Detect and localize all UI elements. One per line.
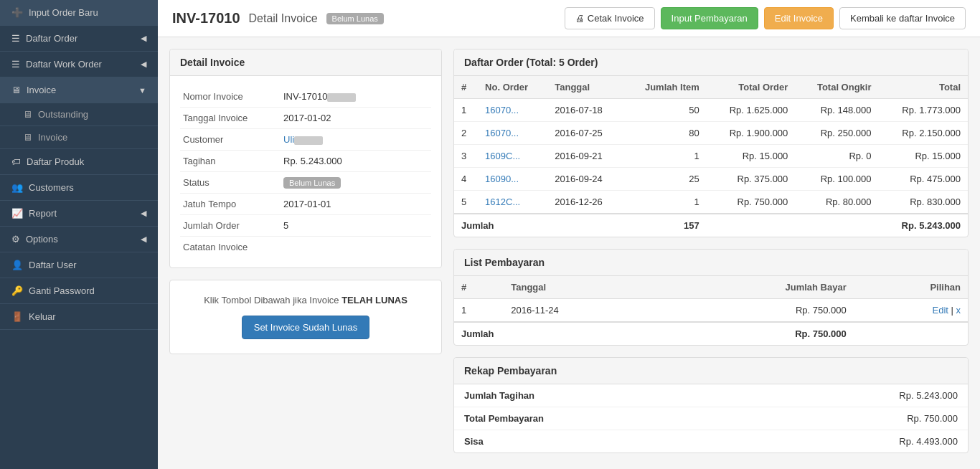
page-header: INV-17010 Detail Invoice Belum Lunas 🖨 C… (158, 0, 980, 37)
kembali-button[interactable]: Kembali ke daftar Invoice (839, 7, 966, 29)
detail-invoice-table: Nomor Invoice INV-17010 Tanggal Invoice … (180, 86, 431, 257)
sidebar-item-report[interactable]: 📈 Report ◀ (0, 201, 158, 227)
delete-link[interactable]: x (956, 305, 961, 316)
sidebar-item-daftar-order[interactable]: ☰ Daftar Order ◀ (0, 26, 158, 52)
set-invoice-lunas-section: Klik Tombol Dibawah jika Invoice TELAH L… (169, 280, 442, 354)
row-no-order: 16090... (478, 168, 547, 191)
table-row: 4 16090... 2016-09-24 25 Rp. 375.000 Rp.… (454, 168, 968, 191)
field-label: Nomor Invoice (180, 86, 281, 108)
edit-invoice-button[interactable]: Edit Invoice (764, 7, 834, 29)
logout-icon: 🚪 (11, 311, 23, 322)
table-row: Jumlah Tagihan Rp. 5.243.000 (454, 384, 968, 407)
field-value: Rp. 5.243.000 (281, 151, 431, 172)
chevron-right-icon: ◀ (141, 34, 146, 43)
right-panel: Daftar Order (Total: 5 Order) # No. Orde… (453, 49, 969, 458)
field-value (281, 237, 431, 258)
order-link[interactable]: 16090... (485, 174, 519, 184)
field-label: Tagihan (180, 151, 281, 172)
sidebar-item-label: Report (29, 208, 57, 219)
printer-icon: 🖨 (575, 13, 588, 24)
table-row: Status Belum Lunas (180, 172, 431, 194)
row-total-ongkir: Rp. 250.000 (795, 122, 878, 145)
row-total: Rp. 830.000 (879, 191, 968, 214)
row-no: 3 (454, 145, 478, 168)
order-link[interactable]: 1612C... (485, 196, 520, 207)
daftar-order-table: # No. Order Tanggal Jumlah Item Total Or… (454, 76, 968, 237)
rekap-value: Rp. 750.000 (741, 407, 968, 430)
sidebar-item-label: Daftar Order (26, 33, 77, 44)
row-total: Rp. 1.773.000 (879, 99, 968, 122)
col-no: # (454, 276, 504, 299)
col-total-ongkir: Total Ongkir (795, 76, 878, 99)
detail-invoice-title: Detail Invoice (170, 49, 441, 76)
row-tanggal: 2016-09-24 (547, 168, 623, 191)
table-row: Catatan Invoice (180, 237, 431, 258)
sidebar-item-invoice-sub[interactable]: 🖥 Invoice (0, 126, 158, 149)
sidebar-item-label: Input Order Baru (29, 7, 98, 18)
edit-link[interactable]: Edit (932, 305, 948, 316)
rekap-pembayaran-table: Jumlah Tagihan Rp. 5.243.000 Total Pemba… (454, 384, 968, 453)
sidebar-item-input-order-baru[interactable]: ➕ Input Order Baru (0, 0, 158, 26)
row-jumlah-item: 1 (623, 191, 706, 214)
row-tanggal: 2016-09-21 (547, 145, 623, 168)
rekap-value: Rp. 5.243.000 (741, 384, 968, 407)
row-no: 4 (454, 168, 478, 191)
sidebar-item-label: Keluar (29, 311, 56, 322)
invoice-sub-icon: 🖥 (23, 132, 32, 143)
sidebar-item-keluar[interactable]: 🚪 Keluar (0, 304, 158, 330)
row-pilihan: Edit | x (854, 299, 968, 323)
row-total: Rp. 475.000 (879, 168, 968, 191)
chevron-right-icon: ◀ (141, 60, 146, 69)
daftar-order-title: Daftar Order (Total: 5 Order) (454, 49, 968, 76)
main-content: INV-17010 Detail Invoice Belum Lunas 🖨 C… (158, 0, 980, 469)
outstanding-icon: 🖥 (23, 109, 32, 120)
rekap-label: Jumlah Tagihan (454, 384, 741, 407)
row-total: Rp. 2.150.000 (879, 122, 968, 145)
row-total: Rp. 15.000 (879, 145, 968, 168)
customers-icon: 👥 (11, 182, 23, 193)
sidebar-item-daftar-user[interactable]: 👤 Daftar User (0, 252, 158, 278)
row-jumlah-item: 50 (623, 99, 706, 122)
sidebar-item-customers[interactable]: 👥 Customers (0, 175, 158, 201)
table-row: Total Pembayaran Rp. 750.000 (454, 407, 968, 430)
field-value: Belum Lunas (281, 172, 431, 194)
chevron-down-icon: ▼ (138, 86, 146, 95)
sidebar-item-label: Invoice (38, 132, 67, 143)
row-total-ongkir: Rp. 100.000 (795, 168, 878, 191)
sidebar-item-outstanding[interactable]: 🖥 Outstanding (0, 103, 158, 126)
row-tanggal: 2016-07-25 (547, 122, 623, 145)
lunas-description: Klik Tombol Dibawah jika Invoice TELAH L… (180, 295, 431, 305)
sidebar-item-daftar-work-order[interactable]: ☰ Daftar Work Order ◀ (0, 52, 158, 77)
sidebar-item-invoice[interactable]: 🖥 Invoice ▼ (0, 77, 158, 103)
sidebar-item-options[interactable]: ⚙ Options ◀ (0, 227, 158, 252)
col-total-order: Total Order (707, 76, 796, 99)
sidebar-item-label: Outstanding (38, 109, 88, 120)
password-icon: 🔑 (11, 285, 23, 296)
set-invoice-sudah-lunas-button[interactable]: Set Invoice Sudah Lunas (242, 316, 370, 339)
sidebar-item-ganti-password[interactable]: 🔑 Ganti Password (0, 278, 158, 304)
jumlah-label: Jumlah (454, 214, 623, 237)
row-total-order: Rp. 750.000 (707, 191, 796, 214)
table-row: Tanggal Invoice 2017-01-02 (180, 108, 431, 129)
jumlah-total: Rp. 750.000 (661, 322, 854, 345)
row-no-order: 16070... (478, 122, 547, 145)
customer-link[interactable]: Uli (283, 134, 323, 145)
sidebar-item-label: Options (26, 234, 58, 245)
jumlah-total: Rp. 5.243.000 (879, 214, 968, 237)
row-no-order: 16070... (478, 99, 547, 122)
order-link[interactable]: 16070... (485, 128, 519, 138)
jumlah-label: Jumlah (454, 322, 661, 345)
order-link[interactable]: 16070... (485, 105, 519, 115)
input-pembayaran-button[interactable]: Input Pembayaran (661, 7, 758, 29)
row-total-ongkir: Rp. 80.000 (795, 191, 878, 214)
rekap-label: Sisa (454, 430, 741, 453)
plus-icon: ➕ (11, 7, 23, 18)
row-no: 2 (454, 122, 478, 145)
row-no-order: 1612C... (478, 191, 547, 214)
order-link[interactable]: 1609C... (485, 151, 520, 161)
cetak-invoice-button[interactable]: 🖨 Cetak Invoice (565, 7, 654, 29)
table-row: 1 16070... 2016-07-18 50 Rp. 1.625.000 R… (454, 99, 968, 122)
sidebar-item-daftar-produk[interactable]: 🏷 Daftar Produk (0, 149, 158, 175)
header-buttons: 🖨 Cetak Invoice Input Pembayaran Edit In… (565, 7, 966, 29)
row-total-order: Rp. 15.000 (707, 145, 796, 168)
